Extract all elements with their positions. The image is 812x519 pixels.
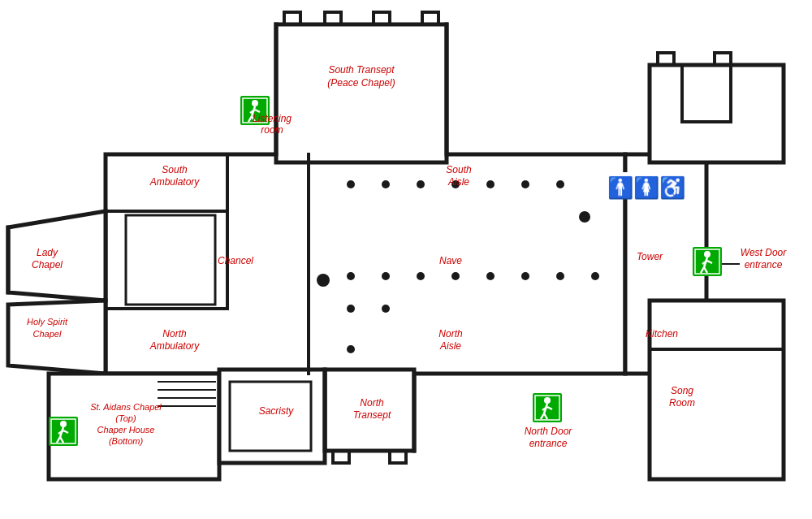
svg-text:(Top): (Top) [115, 413, 136, 423]
svg-text:North Door: North Door [525, 426, 573, 437]
svg-text:Listening: Listening [253, 113, 292, 124]
svg-text:Nave: Nave [439, 255, 462, 266]
svg-rect-2 [276, 24, 447, 162]
svg-point-34 [417, 180, 425, 188]
svg-point-47 [591, 272, 599, 280]
svg-text:Chapel: Chapel [32, 259, 63, 270]
svg-text:North: North [162, 328, 187, 340]
svg-text:South: South [162, 164, 188, 175]
svg-point-33 [382, 180, 390, 188]
svg-point-32 [347, 180, 355, 188]
svg-point-70 [544, 397, 551, 404]
svg-point-46 [556, 272, 564, 280]
svg-text:Song: Song [671, 385, 693, 396]
svg-text:Transept: Transept [353, 409, 391, 421]
svg-text:Aisle: Aisle [447, 176, 469, 188]
svg-point-49 [382, 305, 390, 313]
svg-text:Kitchen: Kitchen [646, 328, 678, 340]
svg-point-42 [417, 272, 425, 280]
svg-text:room: room [261, 124, 283, 136]
svg-text:Room: Room [669, 397, 695, 409]
svg-text:Chaper House: Chaper House [97, 425, 155, 435]
svg-point-44 [486, 272, 495, 280]
svg-text:Lady: Lady [37, 247, 58, 258]
svg-text:Aisle: Aisle [439, 340, 461, 352]
svg-text:St. Aidans Chapel: St. Aidans Chapel [90, 402, 162, 412]
svg-text:Sacristy: Sacristy [259, 405, 295, 417]
svg-point-38 [556, 180, 564, 188]
svg-text:(Bottom): (Bottom) [109, 436, 144, 446]
svg-text:South: South [446, 164, 472, 175]
map-container: 🚹🚺♿ South Transept (Peace Chapel) Listen… [0, 0, 812, 519]
svg-point-48 [347, 305, 355, 313]
svg-text:Tower: Tower [637, 251, 663, 262]
svg-point-41 [382, 272, 390, 280]
svg-text:Chapel: Chapel [33, 329, 62, 339]
svg-point-39 [579, 211, 590, 223]
svg-point-78 [60, 421, 67, 427]
svg-point-40 [347, 272, 355, 280]
svg-text:South Transept: South Transept [328, 64, 395, 76]
svg-point-51 [317, 274, 330, 287]
svg-rect-10 [650, 65, 784, 162]
svg-text:🚹🚺♿: 🚹🚺♿ [607, 175, 686, 201]
svg-text:North: North [438, 328, 463, 340]
svg-text:West Door: West Door [741, 247, 787, 258]
svg-text:Chancel: Chancel [218, 255, 253, 266]
svg-rect-9 [650, 301, 784, 479]
svg-point-45 [521, 272, 529, 280]
svg-point-36 [486, 180, 495, 188]
svg-point-54 [252, 100, 258, 106]
svg-point-43 [451, 272, 460, 280]
svg-point-50 [347, 345, 355, 353]
svg-text:Ambulatory: Ambulatory [149, 176, 201, 188]
svg-point-62 [704, 251, 710, 257]
svg-text:entrance: entrance [745, 259, 783, 270]
svg-text:North: North [360, 397, 384, 409]
svg-text:entrance: entrance [529, 438, 568, 449]
svg-point-37 [521, 180, 529, 188]
svg-text:Holy Spirit: Holy Spirit [27, 317, 68, 327]
svg-text:(Peace Chapel): (Peace Chapel) [327, 77, 395, 89]
svg-text:Ambulatory: Ambulatory [149, 340, 201, 352]
